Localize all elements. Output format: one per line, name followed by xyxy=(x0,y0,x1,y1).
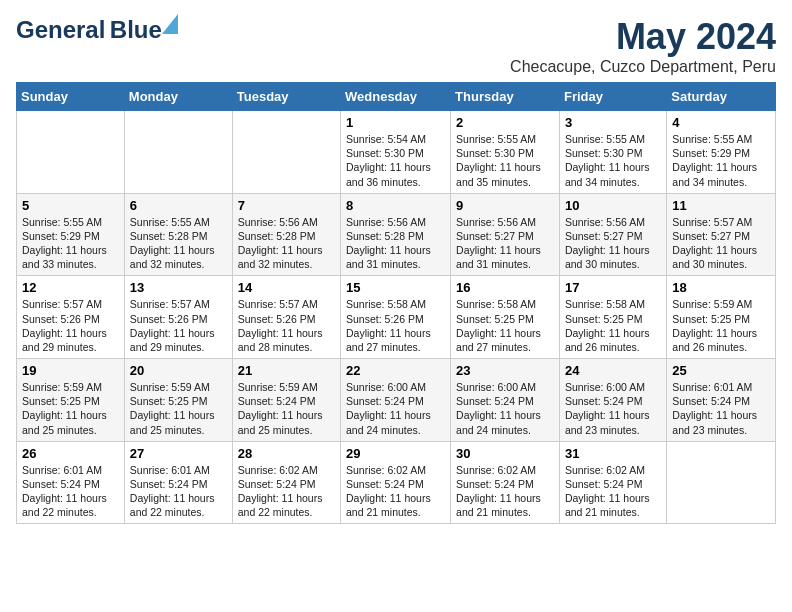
calendar-cell xyxy=(232,111,340,194)
calendar-cell: 15Sunrise: 5:58 AM Sunset: 5:26 PM Dayli… xyxy=(341,276,451,359)
day-info: Sunrise: 5:57 AM Sunset: 5:26 PM Dayligh… xyxy=(130,297,227,354)
calendar-cell xyxy=(667,441,776,524)
calendar-cell: 10Sunrise: 5:56 AM Sunset: 5:27 PM Dayli… xyxy=(559,193,666,276)
day-number: 17 xyxy=(565,280,661,295)
calendar-cell: 25Sunrise: 6:01 AM Sunset: 5:24 PM Dayli… xyxy=(667,359,776,442)
weekday-header-tuesday: Tuesday xyxy=(232,83,340,111)
day-number: 14 xyxy=(238,280,335,295)
day-number: 13 xyxy=(130,280,227,295)
calendar-table: SundayMondayTuesdayWednesdayThursdayFrid… xyxy=(16,82,776,524)
day-info: Sunrise: 5:57 AM Sunset: 5:26 PM Dayligh… xyxy=(238,297,335,354)
calendar-cell: 18Sunrise: 5:59 AM Sunset: 5:25 PM Dayli… xyxy=(667,276,776,359)
day-info: Sunrise: 6:02 AM Sunset: 5:24 PM Dayligh… xyxy=(346,463,445,520)
calendar-cell: 3Sunrise: 5:55 AM Sunset: 5:30 PM Daylig… xyxy=(559,111,666,194)
day-info: Sunrise: 5:55 AM Sunset: 5:29 PM Dayligh… xyxy=(672,132,770,189)
logo: General Blue xyxy=(16,16,162,44)
day-number: 6 xyxy=(130,198,227,213)
day-info: Sunrise: 6:02 AM Sunset: 5:24 PM Dayligh… xyxy=(565,463,661,520)
day-number: 21 xyxy=(238,363,335,378)
calendar-week-row: 1Sunrise: 5:54 AM Sunset: 5:30 PM Daylig… xyxy=(17,111,776,194)
calendar-cell: 8Sunrise: 5:56 AM Sunset: 5:28 PM Daylig… xyxy=(341,193,451,276)
day-number: 19 xyxy=(22,363,119,378)
day-info: Sunrise: 6:01 AM Sunset: 5:24 PM Dayligh… xyxy=(672,380,770,437)
calendar-cell: 26Sunrise: 6:01 AM Sunset: 5:24 PM Dayli… xyxy=(17,441,125,524)
calendar-cell: 13Sunrise: 5:57 AM Sunset: 5:26 PM Dayli… xyxy=(124,276,232,359)
title-area: May 2024 Checacupe, Cuzco Department, Pe… xyxy=(510,16,776,76)
day-info: Sunrise: 5:56 AM Sunset: 5:27 PM Dayligh… xyxy=(565,215,661,272)
day-info: Sunrise: 5:57 AM Sunset: 5:27 PM Dayligh… xyxy=(672,215,770,272)
logo-text-general: General xyxy=(16,16,105,43)
calendar-week-row: 26Sunrise: 6:01 AM Sunset: 5:24 PM Dayli… xyxy=(17,441,776,524)
calendar-week-row: 19Sunrise: 5:59 AM Sunset: 5:25 PM Dayli… xyxy=(17,359,776,442)
calendar-cell xyxy=(124,111,232,194)
calendar-cell xyxy=(17,111,125,194)
day-number: 30 xyxy=(456,446,554,461)
day-info: Sunrise: 5:56 AM Sunset: 5:27 PM Dayligh… xyxy=(456,215,554,272)
calendar-week-row: 12Sunrise: 5:57 AM Sunset: 5:26 PM Dayli… xyxy=(17,276,776,359)
day-info: Sunrise: 5:56 AM Sunset: 5:28 PM Dayligh… xyxy=(346,215,445,272)
day-info: Sunrise: 5:55 AM Sunset: 5:30 PM Dayligh… xyxy=(565,132,661,189)
day-number: 2 xyxy=(456,115,554,130)
day-info: Sunrise: 5:59 AM Sunset: 5:25 PM Dayligh… xyxy=(22,380,119,437)
day-info: Sunrise: 5:56 AM Sunset: 5:28 PM Dayligh… xyxy=(238,215,335,272)
calendar-cell: 24Sunrise: 6:00 AM Sunset: 5:24 PM Dayli… xyxy=(559,359,666,442)
calendar-cell: 16Sunrise: 5:58 AM Sunset: 5:25 PM Dayli… xyxy=(451,276,560,359)
calendar-cell: 4Sunrise: 5:55 AM Sunset: 5:29 PM Daylig… xyxy=(667,111,776,194)
month-title: May 2024 xyxy=(510,16,776,58)
calendar-cell: 23Sunrise: 6:00 AM Sunset: 5:24 PM Dayli… xyxy=(451,359,560,442)
day-info: Sunrise: 5:55 AM Sunset: 5:29 PM Dayligh… xyxy=(22,215,119,272)
day-number: 20 xyxy=(130,363,227,378)
day-info: Sunrise: 6:02 AM Sunset: 5:24 PM Dayligh… xyxy=(456,463,554,520)
weekday-header-wednesday: Wednesday xyxy=(341,83,451,111)
day-number: 23 xyxy=(456,363,554,378)
day-info: Sunrise: 5:57 AM Sunset: 5:26 PM Dayligh… xyxy=(22,297,119,354)
day-info: Sunrise: 6:00 AM Sunset: 5:24 PM Dayligh… xyxy=(565,380,661,437)
day-info: Sunrise: 6:02 AM Sunset: 5:24 PM Dayligh… xyxy=(238,463,335,520)
calendar-cell: 28Sunrise: 6:02 AM Sunset: 5:24 PM Dayli… xyxy=(232,441,340,524)
calendar-cell: 1Sunrise: 5:54 AM Sunset: 5:30 PM Daylig… xyxy=(341,111,451,194)
weekday-header-saturday: Saturday xyxy=(667,83,776,111)
day-number: 3 xyxy=(565,115,661,130)
day-number: 8 xyxy=(346,198,445,213)
day-number: 15 xyxy=(346,280,445,295)
day-number: 29 xyxy=(346,446,445,461)
weekday-header-row: SundayMondayTuesdayWednesdayThursdayFrid… xyxy=(17,83,776,111)
calendar-cell: 29Sunrise: 6:02 AM Sunset: 5:24 PM Dayli… xyxy=(341,441,451,524)
calendar-cell: 12Sunrise: 5:57 AM Sunset: 5:26 PM Dayli… xyxy=(17,276,125,359)
day-number: 5 xyxy=(22,198,119,213)
day-number: 28 xyxy=(238,446,335,461)
logo-text-blue: Blue xyxy=(110,16,162,43)
calendar-cell: 17Sunrise: 5:58 AM Sunset: 5:25 PM Dayli… xyxy=(559,276,666,359)
day-info: Sunrise: 5:58 AM Sunset: 5:25 PM Dayligh… xyxy=(456,297,554,354)
day-number: 1 xyxy=(346,115,445,130)
day-number: 18 xyxy=(672,280,770,295)
calendar-cell: 19Sunrise: 5:59 AM Sunset: 5:25 PM Dayli… xyxy=(17,359,125,442)
calendar-cell: 31Sunrise: 6:02 AM Sunset: 5:24 PM Dayli… xyxy=(559,441,666,524)
day-number: 26 xyxy=(22,446,119,461)
location-title: Checacupe, Cuzco Department, Peru xyxy=(510,58,776,76)
day-info: Sunrise: 6:00 AM Sunset: 5:24 PM Dayligh… xyxy=(456,380,554,437)
calendar-cell: 21Sunrise: 5:59 AM Sunset: 5:24 PM Dayli… xyxy=(232,359,340,442)
calendar-cell: 20Sunrise: 5:59 AM Sunset: 5:25 PM Dayli… xyxy=(124,359,232,442)
day-number: 9 xyxy=(456,198,554,213)
logo-triangle-icon xyxy=(162,14,178,34)
day-info: Sunrise: 5:55 AM Sunset: 5:28 PM Dayligh… xyxy=(130,215,227,272)
day-info: Sunrise: 6:01 AM Sunset: 5:24 PM Dayligh… xyxy=(130,463,227,520)
weekday-header-sunday: Sunday xyxy=(17,83,125,111)
day-number: 11 xyxy=(672,198,770,213)
day-info: Sunrise: 5:59 AM Sunset: 5:25 PM Dayligh… xyxy=(672,297,770,354)
day-number: 27 xyxy=(130,446,227,461)
calendar-cell: 11Sunrise: 5:57 AM Sunset: 5:27 PM Dayli… xyxy=(667,193,776,276)
calendar-cell: 14Sunrise: 5:57 AM Sunset: 5:26 PM Dayli… xyxy=(232,276,340,359)
calendar-body: 1Sunrise: 5:54 AM Sunset: 5:30 PM Daylig… xyxy=(17,111,776,524)
calendar-cell: 22Sunrise: 6:00 AM Sunset: 5:24 PM Dayli… xyxy=(341,359,451,442)
day-number: 24 xyxy=(565,363,661,378)
calendar-cell: 7Sunrise: 5:56 AM Sunset: 5:28 PM Daylig… xyxy=(232,193,340,276)
day-info: Sunrise: 5:58 AM Sunset: 5:26 PM Dayligh… xyxy=(346,297,445,354)
day-number: 22 xyxy=(346,363,445,378)
day-info: Sunrise: 5:54 AM Sunset: 5:30 PM Dayligh… xyxy=(346,132,445,189)
calendar-cell: 9Sunrise: 5:56 AM Sunset: 5:27 PM Daylig… xyxy=(451,193,560,276)
calendar-week-row: 5Sunrise: 5:55 AM Sunset: 5:29 PM Daylig… xyxy=(17,193,776,276)
day-info: Sunrise: 5:59 AM Sunset: 5:24 PM Dayligh… xyxy=(238,380,335,437)
svg-marker-0 xyxy=(162,14,178,34)
